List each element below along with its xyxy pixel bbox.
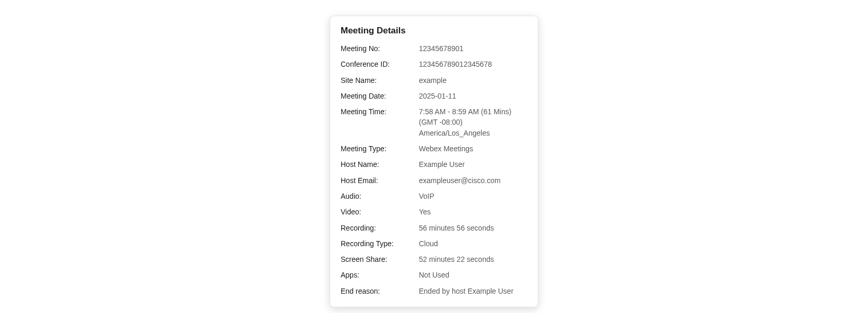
row-host-email: Host Email: exampleuser@cisco.com <box>341 175 527 186</box>
label-screen-share: Screen Share: <box>341 254 419 264</box>
row-screen-share: Screen Share: 52 minutes 22 seconds <box>341 254 527 264</box>
label-site-name: Site Name: <box>341 75 419 86</box>
label-host-email: Host Email: <box>341 175 419 186</box>
row-meeting-date: Meeting Date: 2025-01-11 <box>341 91 527 101</box>
value-conference-id: 123456789012345678 <box>419 59 527 69</box>
value-apps: Not Used <box>419 270 527 280</box>
value-host-name: Example User <box>419 159 527 170</box>
value-site-name: example <box>419 75 527 86</box>
value-host-email: exampleuser@cisco.com <box>419 175 527 186</box>
label-meeting-type: Meeting Type: <box>341 143 419 154</box>
label-video: Video: <box>341 207 419 217</box>
row-recording: Recording: 56 minutes 56 seconds <box>341 223 527 233</box>
label-end-reason: End reason: <box>341 286 419 296</box>
label-meeting-time: Meeting Time: <box>341 106 419 117</box>
row-end-reason: End reason: Ended by host Example User <box>341 286 527 296</box>
label-recording: Recording: <box>341 223 419 233</box>
value-meeting-time: 7:58 AM - 8:59 AM (61 Mins) (GMT -08:00)… <box>419 106 527 138</box>
value-screen-share: 52 minutes 22 seconds <box>419 254 527 264</box>
row-host-name: Host Name: Example User <box>341 159 527 170</box>
row-site-name: Site Name: example <box>341 75 527 86</box>
row-conference-id: Conference ID: 123456789012345678 <box>341 59 527 69</box>
label-conference-id: Conference ID: <box>341 59 419 69</box>
value-audio: VoIP <box>419 191 527 201</box>
label-recording-type: Recording Type: <box>341 238 419 249</box>
label-audio: Audio: <box>341 191 419 201</box>
meeting-details-card: Meeting Details Meeting No: 12345678901 … <box>330 16 538 307</box>
row-meeting-time: Meeting Time: 7:58 AM - 8:59 AM (61 Mins… <box>341 106 527 138</box>
label-meeting-date: Meeting Date: <box>341 91 419 101</box>
value-meeting-date: 2025-01-11 <box>419 91 527 101</box>
value-end-reason: Ended by host Example User <box>419 286 527 296</box>
row-audio: Audio: VoIP <box>341 191 527 201</box>
value-video: Yes <box>419 207 527 217</box>
label-meeting-no: Meeting No: <box>341 43 419 54</box>
row-recording-type: Recording Type: Cloud <box>341 238 527 249</box>
row-video: Video: Yes <box>341 207 527 217</box>
row-meeting-type: Meeting Type: Webex Meetings <box>341 143 527 154</box>
value-recording-type: Cloud <box>419 238 527 249</box>
value-recording: 56 minutes 56 seconds <box>419 223 527 233</box>
card-title: Meeting Details <box>341 26 527 36</box>
row-meeting-no: Meeting No: 12345678901 <box>341 43 527 54</box>
label-apps: Apps: <box>341 270 419 280</box>
value-meeting-type: Webex Meetings <box>419 143 527 154</box>
row-apps: Apps: Not Used <box>341 270 527 280</box>
value-meeting-no: 12345678901 <box>419 43 527 54</box>
label-host-name: Host Name: <box>341 159 419 170</box>
